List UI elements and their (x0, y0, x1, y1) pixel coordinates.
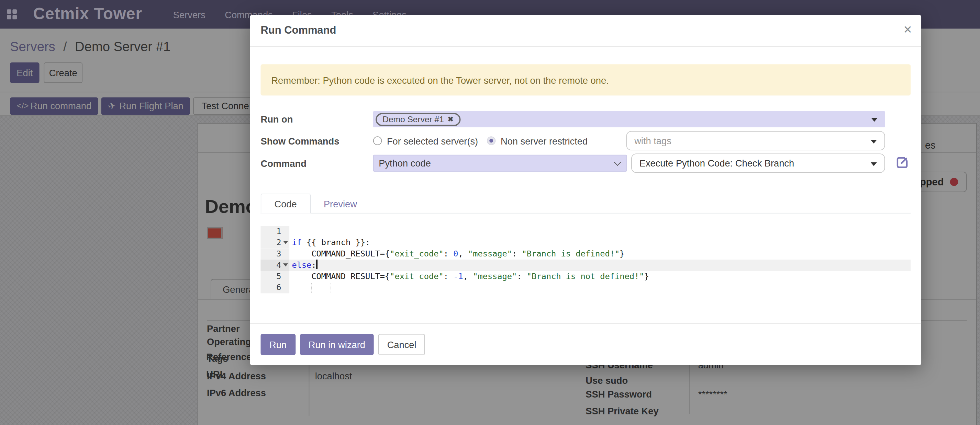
indent-guide (311, 283, 312, 293)
server-tag: Demo Server #1 ✖ (375, 113, 460, 126)
radio-selected-icon[interactable] (487, 136, 495, 145)
editor-line[interactable]: 3 COMMAND_RESULT={"exit_code": 0, "messa… (261, 249, 911, 260)
command-reference-value: Execute Python Code: Check Branch (640, 158, 794, 168)
editor-line[interactable]: 2if {{ branch }}: (261, 237, 911, 249)
editor-line[interactable]: 5 COMMAND_RESULT={"exit_code": -1, "mess… (261, 271, 911, 282)
editor-gutter-cell: 3 (261, 249, 290, 260)
indent-guide (331, 283, 331, 293)
run-in-wizard-button[interactable]: Run in wizard (300, 334, 374, 355)
editor-line-content: if {{ branch }}: (290, 237, 911, 249)
cancel-button[interactable]: Cancel (378, 334, 425, 355)
editor-gutter-cell: 4 (261, 260, 290, 271)
warning-text: Remember: Python code is executed on the… (271, 75, 609, 85)
tag-remove-icon[interactable]: ✖ (448, 115, 453, 123)
editor-line[interactable]: 6 (261, 282, 911, 293)
editor-gutter-cell: 6 (261, 282, 290, 293)
apps-grid-icon[interactable] (7, 9, 17, 19)
command-row: Command Python code Execute Python Code:… (261, 154, 911, 173)
radio-unselected-icon[interactable] (373, 136, 382, 145)
fold-arrow-icon[interactable] (283, 241, 288, 244)
command-type-select[interactable]: Python code (373, 155, 627, 172)
editor-line[interactable]: 1 (261, 226, 911, 237)
run-command-modal: Run Command × Remember: Python code is e… (250, 15, 921, 365)
editor-gutter-cell: 2 (261, 237, 290, 249)
editor-line-content: COMMAND_RESULT={"exit_code": 0, "message… (290, 249, 911, 260)
text-cursor (317, 260, 318, 269)
external-link-icon[interactable] (896, 156, 908, 169)
radio-option[interactable]: For selected server(s) (373, 135, 478, 146)
run-on-row: Run on Demo Server #1 ✖ (261, 111, 911, 127)
run-on-label: Run on (261, 114, 293, 125)
command-type-value: Python code (379, 158, 431, 168)
editor-line-content: else: (290, 260, 911, 271)
modal-body: Remember: Python code is executed on the… (250, 64, 921, 293)
radio-option-label: Non server restricted (501, 135, 588, 146)
code-preview-tabs: CodePreview (261, 193, 911, 214)
run-on-field[interactable]: Demo Server #1 ✖ (373, 111, 885, 127)
modal-footer: Run Run in wizard Cancel (250, 324, 921, 365)
run-button[interactable]: Run (261, 334, 295, 355)
stage: Servers / Demo Server #1 Edit Create </>… (0, 0, 980, 425)
with-tags-placeholder: with tags (634, 135, 671, 146)
radio-option-label: For selected server(s) (387, 135, 478, 146)
fold-arrow-icon[interactable] (283, 263, 288, 266)
warning-banner: Remember: Python code is executed on the… (261, 64, 911, 95)
brand-title[interactable]: Cetmix Tower (33, 5, 142, 24)
show-commands-label: Show Commands (261, 135, 339, 146)
command-label: Command (261, 158, 306, 168)
close-icon[interactable]: × (904, 21, 912, 38)
modal-title: Run Command (261, 24, 336, 37)
chevron-down-icon (614, 158, 621, 165)
modal-header: Run Command × (250, 15, 921, 47)
tab-code[interactable]: Code (261, 193, 310, 214)
show-commands-row: Show Commands For selected server(s)Non … (261, 131, 911, 151)
screenshot-root: Servers / Demo Server #1 Edit Create </>… (0, 0, 980, 425)
editor-line[interactable]: 4else: (261, 260, 911, 271)
chevron-down-icon (871, 162, 877, 166)
editor-gutter-cell: 5 (261, 271, 290, 282)
editor-line-content: COMMAND_RESULT={"exit_code": -1, "messag… (290, 271, 911, 282)
code-editor[interactable]: 12if {{ branch }}:3 COMMAND_RESULT={"exi… (261, 226, 911, 293)
chevron-down-icon (871, 140, 877, 143)
radio-option[interactable]: Non server restricted (487, 135, 588, 146)
editor-line-content (290, 226, 911, 237)
with-tags-select[interactable]: with tags (627, 131, 885, 151)
menu-item-servers[interactable]: Servers (173, 9, 205, 19)
tab-preview[interactable]: Preview (311, 193, 370, 214)
editor-gutter-cell: 1 (261, 226, 290, 237)
server-tag-label: Demo Server #1 (382, 115, 444, 124)
command-reference-select[interactable]: Execute Python Code: Check Branch (631, 154, 885, 173)
editor-line-content (290, 282, 911, 293)
chevron-down-icon (872, 118, 878, 122)
